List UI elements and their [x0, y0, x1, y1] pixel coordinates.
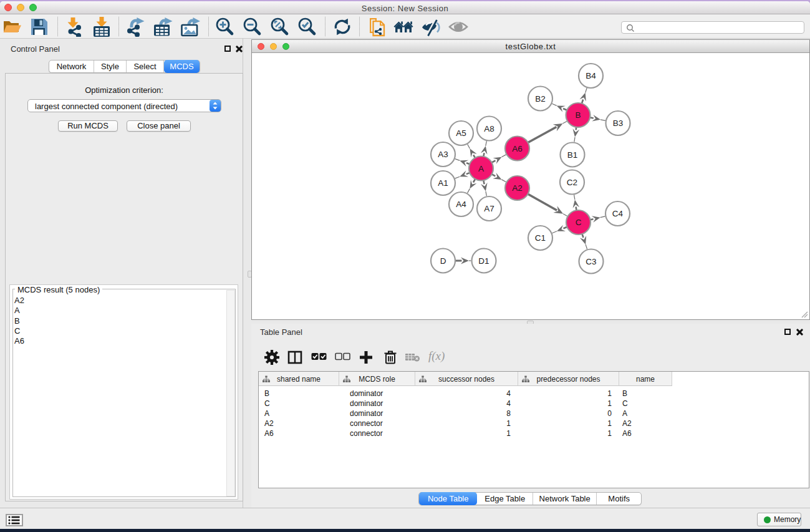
svg-text:B: B — [575, 110, 581, 120]
svg-text:C3: C3 — [586, 257, 596, 266]
svg-text:A: A — [478, 164, 484, 173]
svg-text:D: D — [440, 256, 446, 266]
svg-text:A1: A1 — [438, 178, 448, 188]
svg-text:A8: A8 — [484, 124, 494, 133]
svg-text:C2: C2 — [567, 178, 577, 187]
svg-text:A5: A5 — [456, 128, 466, 138]
svg-text:B1: B1 — [567, 150, 578, 160]
svg-text:A4: A4 — [456, 200, 466, 209]
svg-text:D1: D1 — [478, 256, 489, 266]
svg-text:B2: B2 — [535, 94, 546, 104]
svg-text:C: C — [576, 218, 582, 227]
svg-text:B4: B4 — [586, 71, 596, 80]
svg-text:A2: A2 — [512, 183, 523, 193]
svg-text:A6: A6 — [512, 144, 523, 153]
svg-text:B3: B3 — [613, 118, 624, 128]
svg-text:A3: A3 — [438, 150, 448, 159]
svg-text:C4: C4 — [612, 209, 624, 218]
svg-text:A7: A7 — [484, 204, 494, 213]
svg-text:C1: C1 — [535, 233, 546, 243]
